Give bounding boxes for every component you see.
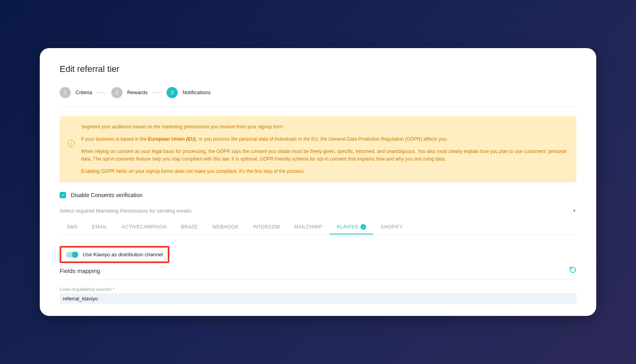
check-badge-icon: ✓ xyxy=(361,224,366,230)
tab-intercom[interactable]: INTERCOM xyxy=(246,220,287,234)
main-card: Edit referral tier 1 Criteria 2 Rewards … xyxy=(40,48,596,316)
info-icon: i xyxy=(68,140,75,147)
step-criteria[interactable]: 1 Criteria xyxy=(60,87,92,98)
step-label: Rewards xyxy=(127,89,147,95)
voucher-code-input[interactable] xyxy=(60,293,576,304)
step-circle: 3 xyxy=(167,87,178,98)
stepper: 1 Criteria 2 Rewards 3 Notifications xyxy=(60,87,576,106)
toggle-knob xyxy=(72,252,78,258)
toggle-label: Use Klaviyo as distribution channel xyxy=(83,252,163,258)
tab-webhook[interactable]: WEBHOOK xyxy=(205,220,246,234)
disable-consents-label: Disable Consents verification xyxy=(71,192,143,198)
step-label: Notifications xyxy=(182,89,211,95)
alert-p3: When relying on consent as your legal ba… xyxy=(81,148,568,163)
alert-p4: Enabling GDPR fields on your signup form… xyxy=(81,168,568,175)
tab-activecampaign[interactable]: ACTIVECAMPAIGN xyxy=(114,220,174,234)
tab-mailchimp[interactable]: MAILCHIMP xyxy=(287,220,330,234)
gdpr-alert: i Segment your audience based on the mar… xyxy=(60,116,576,183)
alert-p2: If your business is based in the Europea… xyxy=(81,136,568,143)
step-connector xyxy=(97,92,107,93)
step-circle: 2 xyxy=(111,87,122,98)
chevron-down-icon: ▼ xyxy=(572,209,576,213)
marketing-permissions-select[interactable]: Select required Marketing Permissions fo… xyxy=(60,208,576,215)
tab-shopify[interactable]: SHOPIFY xyxy=(373,220,410,234)
disable-consents-checkbox[interactable]: ✓ xyxy=(60,192,66,198)
tab-sms[interactable]: SMS xyxy=(60,220,85,234)
tab-email[interactable]: EMAIL xyxy=(85,220,115,234)
fields-mapping-header: Fields mapping xyxy=(60,266,576,280)
alert-p1: Segment your audience based on the marke… xyxy=(81,123,568,131)
page-title: Edit referral tier xyxy=(60,64,576,74)
tab-klaviyo[interactable]: KLAVIYO ✓ xyxy=(330,220,373,234)
channel-tabs: SMS EMAIL ACTIVECAMPAIGN BRAZE WEBHOOK I… xyxy=(60,220,576,235)
use-klaviyo-toggle[interactable] xyxy=(66,252,78,258)
section-title: Fields mapping xyxy=(60,267,100,274)
step-label: Criteria xyxy=(76,89,92,95)
select-placeholder: Select required Marketing Permissions fo… xyxy=(60,208,192,214)
step-notifications[interactable]: 3 Notifications xyxy=(167,87,211,98)
alert-content: Segment your audience based on the marke… xyxy=(81,123,568,176)
reset-icon[interactable] xyxy=(569,266,576,275)
field-label: Code of published voucher * xyxy=(60,287,576,292)
tab-braze[interactable]: BRAZE xyxy=(174,220,206,234)
step-connector xyxy=(152,92,162,93)
voucher-code-field-group: Code of published voucher * xyxy=(60,287,576,304)
disable-consents-row: ✓ Disable Consents verification xyxy=(60,192,576,198)
step-rewards[interactable]: 2 Rewards xyxy=(111,87,147,98)
highlighted-toggle-box: Use Klaviyo as distribution channel xyxy=(60,246,169,263)
step-circle: 1 xyxy=(60,87,71,98)
